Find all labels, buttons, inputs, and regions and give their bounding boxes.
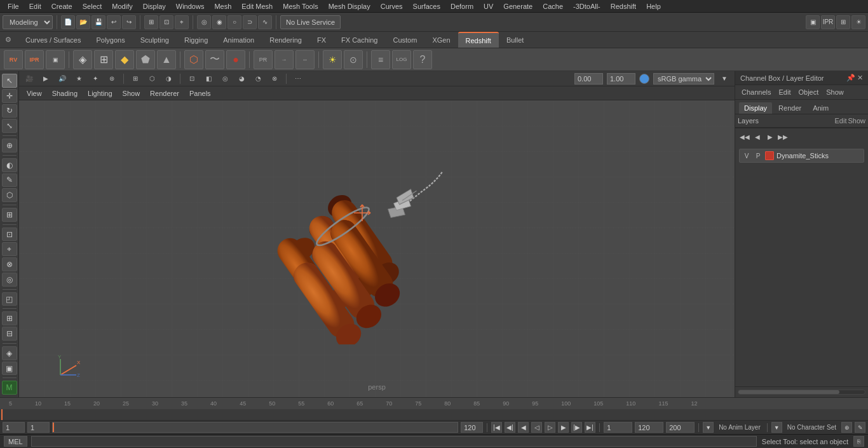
vp-menu-lighting[interactable]: Lighting	[84, 88, 116, 98]
frame-current-input[interactable]	[27, 422, 50, 433]
settings-cog-icon[interactable]: ⚙	[3, 34, 14, 46]
lasso2-btn[interactable]: ∿	[258, 15, 272, 29]
mode-selector[interactable]: Modeling	[3, 15, 53, 29]
transport-play-back[interactable]: ◁	[531, 422, 542, 433]
vp-video-icon[interactable]: ▶	[39, 72, 52, 85]
char-set-btn3[interactable]: ✎	[855, 422, 865, 433]
snap-grid-btn[interactable]: ⊡	[159, 15, 173, 29]
layer-keyframe-btn[interactable]: ◀◀	[739, 131, 750, 142]
vp-menu-renderer[interactable]: Renderer	[146, 88, 183, 98]
component-editor-btn[interactable]: ◰	[2, 292, 17, 306]
menu-edit-mesh[interactable]: Edit Mesh	[236, 1, 278, 11]
quick-layout2-btn[interactable]: ⊟	[2, 327, 17, 341]
paint-select-btn[interactable]: ◉	[212, 15, 226, 29]
menu-curves[interactable]: Curves	[376, 1, 408, 11]
menu-edit[interactable]: Edit	[24, 1, 46, 11]
tab-redshift[interactable]: Redshift	[458, 32, 499, 48]
current-frame-number[interactable]	[604, 422, 632, 433]
menu-modify[interactable]: Modify	[107, 1, 137, 11]
menu-surfaces[interactable]: Surfaces	[408, 1, 445, 11]
vp-menu-panels[interactable]: Panels	[186, 88, 215, 98]
shelf-light2[interactable]: ⊙	[344, 50, 363, 69]
tab-polygons[interactable]: Polygons	[88, 32, 132, 48]
tab-sculpting[interactable]: Sculpting	[133, 32, 177, 48]
layer-pickable-btn[interactable]: P	[754, 153, 763, 160]
vp-menu-show[interactable]: Show	[119, 88, 144, 98]
menu-uv[interactable]: UV	[478, 1, 498, 11]
soft-select-btn[interactable]: ○	[227, 15, 241, 29]
tab-fx[interactable]: FX	[309, 32, 334, 48]
panel-close-btn[interactable]: ✕	[857, 74, 863, 82]
script-editor-btn[interactable]: ⎘	[853, 436, 864, 447]
menu-mesh-display[interactable]: Mesh Display	[323, 1, 376, 11]
timeline-ruler[interactable]: 5 10 15 20 25 30 35 40 45 50 55 60 65 70…	[0, 398, 868, 409]
tab-curves-surfaces[interactable]: Curves / Surfaces	[18, 32, 88, 48]
ch-tab-edit[interactable]: Edit	[776, 88, 793, 97]
tab-render[interactable]: Render	[773, 102, 806, 114]
command-line-input[interactable]	[31, 436, 757, 447]
soft-mod-btn[interactable]: ◐	[2, 158, 17, 172]
transport-goto-start[interactable]: |◀	[491, 422, 502, 433]
undo-btn[interactable]: ↩	[107, 15, 121, 29]
tab-rigging[interactable]: Rigging	[177, 32, 215, 48]
vp-display-icon[interactable]: ◧	[202, 72, 215, 85]
save-scene-btn[interactable]: 💾	[92, 15, 105, 29]
menu-select[interactable]: Select	[78, 1, 107, 11]
vp-anim-icon[interactable]: ⊛	[105, 72, 118, 85]
layer-next-btn[interactable]: ▶	[764, 131, 776, 142]
move-tool-btn[interactable]: ✛	[2, 89, 17, 103]
tab-bullet[interactable]: Bullet	[499, 32, 532, 48]
paint-skin-btn[interactable]: ✎	[2, 173, 17, 187]
right-panel-scrollbar-thumb[interactable]	[738, 390, 839, 394]
shelf-icon6[interactable]: ◆	[115, 50, 134, 69]
quick-layout-btn[interactable]: ⊞	[2, 311, 17, 325]
vp-menu-shading[interactable]: Shading	[48, 88, 81, 98]
shelf-pr3[interactable]: ↔	[295, 50, 315, 69]
ch-tab-object[interactable]: Object	[796, 88, 821, 97]
layer-help[interactable]: Show	[848, 117, 865, 125]
viewport-canvas[interactable]: X Y Z persp	[19, 100, 735, 397]
snap-to-point-btn[interactable]: ⊗	[2, 257, 17, 271]
shelf-icon3[interactable]: ▣	[46, 50, 65, 69]
ipr-btn[interactable]: IPR	[821, 15, 835, 29]
vp-menu-view[interactable]: View	[23, 88, 46, 98]
shelf-icon9[interactable]: ⬡	[184, 50, 203, 69]
layer-opt-menu[interactable]: Edit	[835, 117, 847, 125]
vp-isolate-icon[interactable]: ◎	[219, 72, 231, 85]
tab-animation[interactable]: Animation	[215, 32, 262, 48]
shelf-icon2[interactable]: IPR	[25, 50, 44, 69]
shelf-mat1[interactable]: ≡	[371, 50, 390, 69]
vp-value1-input[interactable]	[574, 73, 603, 85]
frame-start-input[interactable]	[3, 422, 25, 433]
vp-wireframe-icon[interactable]: ⬡	[146, 72, 158, 85]
layer-color-swatch[interactable]	[765, 151, 774, 160]
rotate-tool-btn[interactable]: ↻	[2, 104, 17, 118]
shelf-log[interactable]: LOG	[392, 50, 411, 69]
frame-range-end-input[interactable]	[666, 422, 695, 433]
shelf-icon7[interactable]: ⬟	[136, 50, 155, 69]
tab-rendering[interactable]: Rendering	[262, 32, 309, 48]
menu-help[interactable]: Help	[641, 1, 666, 11]
render-seq-btn[interactable]: ◈	[2, 346, 17, 360]
sculpt-btn[interactable]: ⬡	[2, 188, 17, 202]
ch-tab-show[interactable]: Show	[824, 88, 846, 97]
select-tool-btn[interactable]: ↖	[2, 74, 17, 88]
menu-windows[interactable]: Windows	[171, 1, 210, 11]
open-scene-btn[interactable]: 📂	[76, 15, 90, 29]
transport-prev-key[interactable]: ◀|	[505, 422, 515, 433]
shelf-light1[interactable]: ☀	[323, 50, 342, 69]
anim-layer-dropdown-arrow[interactable]: ▼	[703, 422, 714, 433]
menu-generate[interactable]: Generate	[498, 1, 538, 11]
transport-prev-frame[interactable]: ◀	[518, 422, 529, 433]
render-frame-btn[interactable]: ▣	[2, 362, 17, 376]
shelf-icon8[interactable]: ▲	[157, 50, 176, 69]
universal-manip-btn[interactable]: ⊕	[2, 139, 17, 153]
shelf-icon4[interactable]: ◈	[73, 50, 92, 69]
menu-create[interactable]: Create	[46, 1, 78, 11]
snap-curve-btn[interactable]: ⌖	[175, 15, 189, 29]
scale-tool-btn[interactable]: ⤡	[2, 119, 17, 133]
timeline-bar[interactable]	[0, 409, 868, 421]
menu-mesh[interactable]: Mesh	[209, 1, 236, 11]
layer-last-btn[interactable]: ▶▶	[777, 131, 789, 142]
tab-display[interactable]: Display	[739, 102, 772, 114]
